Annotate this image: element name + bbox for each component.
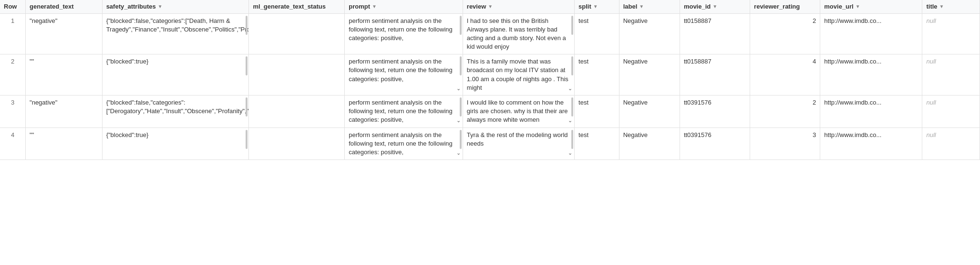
- split-sort-icon: ▼: [593, 4, 598, 9]
- table-cell: perform sentiment analysis on the follow…: [345, 95, 463, 128]
- col-header-reviewer-rating-label: reviewer_rating: [754, 3, 800, 10]
- table-cell: "": [26, 54, 103, 95]
- table-cell: This is a family movie that was broadcas…: [463, 54, 574, 95]
- table-cell: test: [575, 95, 619, 128]
- scrollbar[interactable]: [571, 97, 573, 117]
- table-row: 2""{"blocked":true}perform sentiment ana…: [0, 54, 980, 95]
- col-header-title[interactable]: title ▼: [922, 0, 980, 13]
- prompt-sort-icon: ▼: [372, 4, 377, 9]
- null-value: null: [926, 17, 936, 24]
- table-cell: Negative: [619, 127, 680, 160]
- col-header-reviewer-rating: reviewer_rating: [750, 0, 820, 13]
- table-cell: 4: [750, 54, 820, 95]
- col-header-prompt[interactable]: prompt ▼: [345, 0, 463, 13]
- table-cell: null: [922, 95, 980, 128]
- table-cell: tt0391576: [680, 127, 750, 160]
- expand-chevron-icon[interactable]: ⌄: [456, 149, 461, 157]
- scrollbar[interactable]: [246, 130, 248, 149]
- col-header-review-label: review: [467, 3, 486, 10]
- null-value: null: [926, 99, 936, 106]
- table-cell: http://www.imdb.co...: [820, 13, 922, 54]
- scrollbar[interactable]: [460, 130, 462, 149]
- table-cell: "negative": [26, 13, 103, 54]
- expand-chevron-icon[interactable]: ⌄: [456, 117, 461, 124]
- table-cell: Negative: [619, 95, 680, 128]
- table-cell: Negative: [619, 13, 680, 54]
- table-row: 3"negative"{"blocked":false,"categories"…: [0, 95, 980, 128]
- table-cell: tt0158887: [680, 54, 750, 95]
- col-header-generated-text: generated_text: [26, 0, 103, 13]
- col-header-safety-attributes-label: safety_attributes: [106, 3, 156, 10]
- table-cell: http://www.imdb.co...: [820, 54, 922, 95]
- table-cell: {"blocked":false,"categories": ["Derogat…: [102, 95, 249, 128]
- scrollbar[interactable]: [460, 56, 462, 75]
- col-header-review[interactable]: review ▼: [463, 0, 574, 13]
- scrollbar[interactable]: [571, 130, 573, 149]
- label-sort-icon: ▼: [639, 4, 644, 9]
- expand-chevron-icon[interactable]: ⌄: [568, 149, 572, 157]
- table-cell: 3: [0, 95, 26, 128]
- scrollbar[interactable]: [460, 16, 462, 35]
- movieid-sort-icon: ▼: [712, 4, 717, 9]
- table-cell: 4: [0, 127, 26, 160]
- table-cell: 2: [750, 13, 820, 54]
- table-cell: "": [26, 127, 103, 160]
- safety-sort-icon: ▼: [158, 4, 163, 9]
- col-header-row-label: Row: [4, 3, 17, 10]
- table-cell: perform sentiment analysis on the follow…: [345, 127, 463, 160]
- expand-chevron-icon[interactable]: ⌄: [568, 85, 572, 92]
- table-cell: http://www.imdb.co...: [820, 95, 922, 128]
- col-header-ml-status-label: ml_generate_text_status: [253, 3, 325, 10]
- table-cell: tt0391576: [680, 95, 750, 128]
- col-header-safety-attributes[interactable]: safety_attributes ▼: [102, 0, 249, 13]
- col-header-movie-url[interactable]: movie_url ▼: [820, 0, 922, 13]
- table-cell: test: [575, 13, 619, 54]
- col-header-split[interactable]: split ▼: [575, 0, 619, 13]
- col-header-movie-url-label: movie_url: [824, 3, 853, 10]
- col-header-label-label: label: [623, 3, 638, 10]
- table-row: 4""{"blocked":true}perform sentiment ana…: [0, 127, 980, 160]
- col-header-row: Row: [0, 0, 26, 13]
- col-header-label[interactable]: label ▼: [619, 0, 680, 13]
- expand-chevron-icon[interactable]: ⌄: [456, 85, 461, 92]
- review-sort-icon: ▼: [488, 4, 493, 9]
- table-cell: perform sentiment analysis on the follow…: [345, 54, 463, 95]
- col-header-prompt-label: prompt: [349, 3, 370, 10]
- table-cell: {"blocked":true}: [102, 127, 249, 160]
- table-cell: perform sentiment analysis on the follow…: [345, 13, 463, 54]
- table-cell: I would like to comment on how the girls…: [463, 95, 574, 128]
- expand-chevron-icon[interactable]: ⌄: [568, 117, 572, 124]
- table-cell: 3: [750, 127, 820, 160]
- null-value: null: [926, 131, 936, 138]
- table-cell: null: [922, 127, 980, 160]
- url-sort-icon: ▼: [856, 4, 860, 9]
- scrollbar[interactable]: [571, 16, 573, 35]
- table-header-row: Row generated_text safety_attributes ▼: [0, 0, 980, 13]
- col-header-movie-id[interactable]: movie_id ▼: [680, 0, 750, 13]
- table-cell: Tyra & the rest of the modeling world ne…: [463, 127, 574, 160]
- col-header-split-label: split: [578, 3, 591, 10]
- table-cell: tt0158887: [680, 13, 750, 54]
- data-table: Row generated_text safety_attributes ▼: [0, 0, 980, 160]
- table-cell: {"blocked":true}: [102, 54, 249, 95]
- scrollbar[interactable]: [571, 56, 573, 75]
- table-cell: [249, 127, 345, 160]
- table-cell: test: [575, 127, 619, 160]
- table-cell: [249, 95, 345, 128]
- col-header-ml-status: ml_generate_text_status: [249, 0, 345, 13]
- table-cell: http://www.imdb.co...: [820, 127, 922, 160]
- table-cell: 2: [750, 95, 820, 128]
- table-cell: null: [922, 13, 980, 54]
- scrollbar[interactable]: [246, 16, 248, 35]
- table-cell: [249, 13, 345, 54]
- null-value: null: [926, 58, 936, 65]
- table-cell: I had to see this on the British Airways…: [463, 13, 574, 54]
- col-header-generated-text-label: generated_text: [30, 3, 73, 10]
- scrollbar[interactable]: [246, 97, 248, 117]
- scrollbar[interactable]: [246, 56, 248, 75]
- table-cell: 1: [0, 13, 26, 54]
- scrollbar[interactable]: [460, 97, 462, 117]
- table-cell: null: [922, 54, 980, 95]
- col-header-movie-id-label: movie_id: [684, 3, 711, 10]
- table-cell: [249, 54, 345, 95]
